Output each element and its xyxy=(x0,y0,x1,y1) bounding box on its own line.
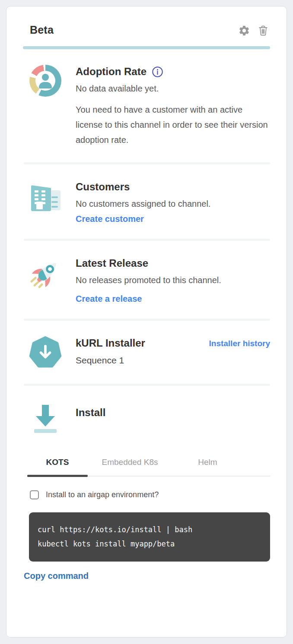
airgap-checkbox[interactable] xyxy=(30,490,39,499)
adoption-rate-empty-message: No data available yet. xyxy=(76,84,270,94)
tab-kots[interactable]: KOTS xyxy=(27,453,88,476)
installer-sequence: Sequence 1 xyxy=(76,355,270,366)
header-actions xyxy=(238,25,269,37)
airgap-label: Install to an airgap environment? xyxy=(46,490,159,499)
adoption-rate-title: Adoption Rate xyxy=(76,66,146,78)
tab-embedded-k8s[interactable]: Embedded K8s xyxy=(88,453,172,476)
adoption-rate-description: You need to have a customer with an acti… xyxy=(76,102,270,148)
customers-title: Customers xyxy=(76,181,270,193)
info-icon[interactable] xyxy=(152,66,163,78)
tab-helm[interactable]: Helm xyxy=(172,453,243,476)
section-adoption-rate: Adoption Rate No data available yet. You… xyxy=(23,49,270,162)
install-tabs: KOTS Embedded K8s Helm xyxy=(27,453,270,477)
section-install: Install xyxy=(23,386,270,436)
latest-release-empty-message: No releases promoted to this channel. xyxy=(76,275,270,285)
channel-name: Beta xyxy=(30,24,54,36)
section-latest-release: Latest Release No releases promoted to t… xyxy=(23,241,270,319)
customers-empty-message: No customers assigned to channel. xyxy=(76,199,270,209)
section-kurl-installer: kURL Installer Installer history Sequenc… xyxy=(23,321,270,384)
create-customer-link[interactable]: Create customer xyxy=(76,214,144,224)
installer-history-link[interactable]: Installer history xyxy=(209,339,271,348)
latest-release-title: Latest Release xyxy=(76,257,270,269)
channel-accent-bar xyxy=(23,46,270,49)
install-title: Install xyxy=(76,407,270,419)
create-release-link[interactable]: Create a release xyxy=(76,294,142,304)
section-customers: Customers No customers assigned to chann… xyxy=(23,164,270,239)
trash-icon[interactable] xyxy=(257,25,269,37)
install-download-icon xyxy=(29,401,62,436)
customers-building-icon xyxy=(29,182,62,215)
gear-icon[interactable] xyxy=(238,25,250,37)
install-command-block: curl https://kots.io/install | bash kube… xyxy=(29,512,270,562)
channel-card: Beta Ad xyxy=(6,6,287,638)
card-header: Beta xyxy=(23,22,270,37)
kurl-installer-title: kURL Installer xyxy=(76,337,145,349)
command-line-1: curl https://kots.io/install | bash xyxy=(38,523,261,537)
kurl-installer-icon xyxy=(29,336,62,369)
airgap-option-row: Install to an airgap environment? xyxy=(30,490,270,499)
copy-command-link[interactable]: Copy command xyxy=(24,571,89,581)
adoption-rate-donut-icon xyxy=(29,65,61,97)
command-line-2: kubectl kots install myapp/beta xyxy=(38,537,261,551)
rocket-icon xyxy=(28,256,63,291)
